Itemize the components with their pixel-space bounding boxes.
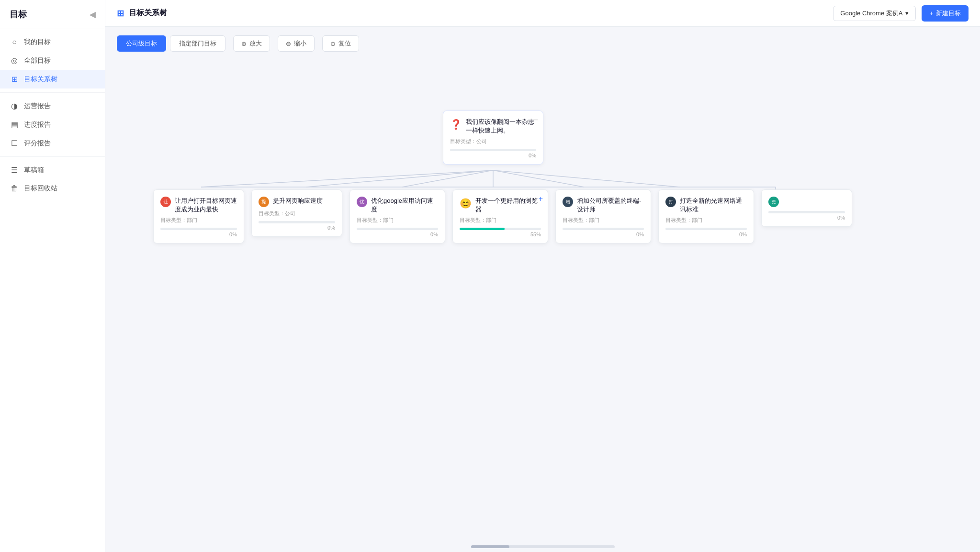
- child-2-meta: 目标类型：部门: [357, 217, 438, 224]
- child-0-progress-bg: [160, 228, 237, 230]
- tree-nav-icon: ⊞: [10, 75, 19, 84]
- reset-label: 复位: [338, 39, 351, 48]
- tab-dept-goals[interactable]: 指定部门目标: [170, 35, 225, 52]
- child-card-1[interactable]: 提 提升网页响应速度 目标类型：公司 0%: [251, 189, 342, 237]
- child-6-header: 更: [768, 197, 845, 207]
- child-0-meta: 目标类型：部门: [160, 217, 237, 224]
- canvas-area: 公司级目标 指定部门目标 ⊕ 放大 ⊖ 缩小 ⊙ 复位: [105, 27, 980, 552]
- reset-button[interactable]: ⊙ 复位: [322, 35, 359, 52]
- svg-line-2: [402, 170, 493, 187]
- new-goal-button[interactable]: + 新建目标: [922, 5, 969, 22]
- child-1-avatar: 提: [259, 197, 269, 207]
- child-3-progress-bg: [460, 228, 541, 230]
- child-5-progress-bg: [665, 228, 747, 230]
- sidebar-collapse-button[interactable]: ◀: [90, 10, 95, 19]
- child-card-3[interactable]: 😊 开发一个更好用的浏览器 目标类型：部门 + 55%: [452, 189, 548, 243]
- child-3-action-icon[interactable]: +: [539, 195, 543, 203]
- chevron-down-icon: ▾: [905, 10, 909, 17]
- sidebar-item-my-goals[interactable]: ○ 我的目标: [0, 33, 105, 51]
- child-5-title: 打造全新的光速网络通讯标准: [680, 197, 747, 214]
- child-1-meta: 目标类型：公司: [259, 210, 335, 217]
- score-icon: ☐: [10, 139, 19, 148]
- child-0-avatar: 让: [160, 197, 171, 207]
- child-4-avatar: 增: [563, 197, 573, 207]
- svg-line-5: [493, 170, 680, 187]
- target-icon: ◎: [10, 56, 19, 65]
- child-5-header: 打 打造全新的光速网络通讯标准: [665, 197, 747, 214]
- tab-company-goals[interactable]: 公司级目标: [117, 35, 166, 52]
- draft-icon: ☰: [10, 166, 19, 175]
- child-1-title: 提升网页响应速度: [273, 197, 335, 205]
- progress-icon: ▤: [10, 120, 19, 129]
- zoom-out-button[interactable]: ⊖ 缩小: [278, 35, 315, 52]
- zoom-in-button[interactable]: ⊕ 放大: [233, 35, 270, 52]
- sidebar-label-goal-tree: 目标关系树: [24, 75, 57, 84]
- child-0-progress-label: 0%: [160, 232, 237, 237]
- tab-company-label: 公司级目标: [126, 40, 157, 47]
- dropdown-label: Google Chrome 案例A: [840, 9, 902, 18]
- sidebar-label-recycle: 目标回收站: [24, 184, 57, 193]
- sidebar-label-all-goals: 全部目标: [24, 56, 51, 65]
- root-okr-card[interactable]: ❓ 我们应该像翻阅一本杂志一样快速上网。 目标类型：公司 − 0%: [443, 110, 543, 165]
- recycle-icon: 🗑: [10, 184, 19, 193]
- sidebar-label-my-goals: 我的目标: [24, 38, 51, 46]
- logo-text: 目标: [10, 9, 27, 20]
- sidebar-item-all-goals[interactable]: ◎ 全部目标: [0, 51, 105, 70]
- child-card-0[interactable]: 让 让用户打开目标网页速度成为业内最快 目标类型：部门 0%: [153, 189, 244, 243]
- child-0-title: 让用户打开目标网页速度成为业内最快: [175, 197, 237, 214]
- svg-line-1: [306, 170, 493, 187]
- root-card-icon: ❓: [450, 119, 462, 130]
- sidebar: 目标 ◀ ○ 我的目标 ◎ 全部目标 ⊞ 目标关系树 ◑ 运营报告 ▤ 进度报告…: [0, 0, 105, 552]
- child-2-avatar: 优: [357, 197, 367, 207]
- child-2-progress-bg: [357, 228, 438, 230]
- child-4-progress-label: 0%: [563, 232, 644, 237]
- sidebar-divider-2: [0, 156, 105, 157]
- sidebar-item-ops-report[interactable]: ◑ 运营报告: [0, 97, 105, 115]
- root-progress-label: 0%: [450, 153, 536, 158]
- sidebar-item-recycle[interactable]: 🗑 目标回收站: [0, 179, 105, 198]
- child-card-5[interactable]: 打 打造全新的光速网络通讯标准 目标类型：部门 0%: [658, 189, 754, 243]
- zoom-out-icon: ⊖: [286, 40, 291, 47]
- child-1-header: 提 提升网页响应速度: [259, 197, 335, 207]
- child-3-progress-fill: [460, 228, 505, 230]
- sidebar-label-draft: 草稿箱: [24, 166, 44, 175]
- sidebar-item-progress-report[interactable]: ▤ 进度报告: [0, 115, 105, 134]
- root-progress-bar-bg: [450, 149, 536, 151]
- child-2-title: 优化google应用访问速度: [371, 197, 438, 214]
- horizontal-scrollbar[interactable]: [471, 545, 615, 548]
- child-3-title: 开发一个更好用的浏览器: [475, 197, 541, 214]
- child-3-header: 😊 开发一个更好用的浏览器: [460, 197, 541, 214]
- child-5-meta: 目标类型：部门: [665, 217, 747, 224]
- sidebar-item-score-report[interactable]: ☐ 评分报告: [0, 134, 105, 153]
- tab-dept-label: 指定部门目标: [179, 40, 216, 47]
- ops-icon: ◑: [10, 101, 19, 110]
- sidebar-label-score-report: 评分报告: [24, 139, 51, 148]
- child-card-2[interactable]: 优 优化google应用访问速度 目标类型：部门 0%: [349, 189, 445, 243]
- svg-line-0: [201, 170, 493, 187]
- child-4-progress-bg: [563, 228, 644, 230]
- child-5-avatar: 打: [665, 197, 676, 207]
- sidebar-label-ops-report: 运营报告: [24, 102, 51, 110]
- child-3-icon: 😊: [460, 198, 472, 209]
- zoom-in-icon: ⊕: [241, 40, 247, 47]
- child-4-title: 增加公司所覆盖的终端-设计师: [577, 197, 644, 214]
- child-card-6[interactable]: 更 0%: [761, 189, 852, 227]
- child-6-avatar: 更: [768, 197, 779, 207]
- sidebar-item-draft[interactable]: ☰ 草稿箱: [0, 161, 105, 179]
- reset-icon: ⊙: [330, 40, 336, 47]
- child-1-progress-bg: [259, 221, 335, 223]
- child-4-meta: 目标类型：部门: [563, 217, 644, 224]
- root-card-meta: 目标类型：公司: [450, 138, 536, 145]
- page-title-area: ⊞ 目标关系树: [117, 8, 167, 19]
- child-card-4[interactable]: 增 增加公司所覆盖的终端-设计师 目标类型：部门 0%: [555, 189, 651, 243]
- case-dropdown[interactable]: Google Chrome 案例A ▾: [833, 6, 916, 21]
- root-card-collapse-icon[interactable]: −: [534, 116, 538, 124]
- child-0-header: 让 让用户打开目标网页速度成为业内最快: [160, 197, 237, 214]
- child-3-meta: 目标类型：部门: [460, 217, 541, 224]
- child-2-progress-label: 0%: [357, 232, 438, 237]
- sidebar-item-goal-tree[interactable]: ⊞ 目标关系树: [0, 70, 105, 88]
- child-2-header: 优 优化google应用访问速度: [357, 197, 438, 214]
- sidebar-label-progress-report: 进度报告: [24, 121, 51, 129]
- root-card-header: ❓ 我们应该像翻阅一本杂志一样快速上网。: [450, 118, 536, 135]
- zoom-in-label: 放大: [249, 39, 262, 48]
